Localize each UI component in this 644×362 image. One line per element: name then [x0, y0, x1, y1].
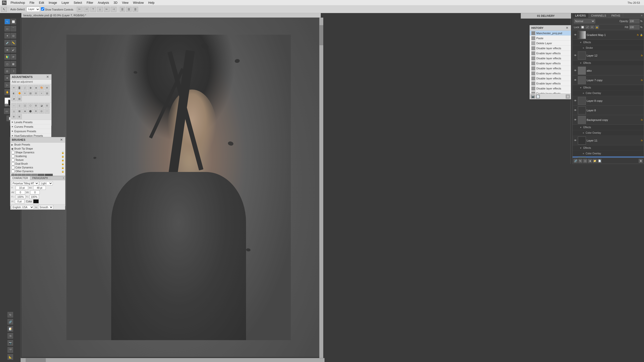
layer-eye-aiko[interactable]: 👁: [574, 69, 577, 72]
new-layer-btn[interactable]: 📄: [597, 159, 601, 163]
hand-tool[interactable]: ✋: [5, 89, 10, 95]
menu-view[interactable]: View: [120, 1, 131, 5]
tab-paragraph[interactable]: PARAGRAPH: [30, 176, 50, 180]
font-style-select[interactable]: Light Regular Bold: [40, 181, 53, 185]
tab-character[interactable]: CHARACTER: [10, 176, 30, 180]
canvas-vscroll[interactable]: [319, 18, 323, 358]
brush-tip-shape-item[interactable]: ◼ Brush Tip Shape: [10, 147, 65, 151]
lock-all-btn[interactable]: 🔒: [595, 25, 599, 29]
curves-icon[interactable]: ∫: [22, 85, 27, 90]
menu-edit[interactable]: Edit: [37, 1, 46, 5]
hscroll-thumb[interactable]: [26, 358, 46, 362]
align-bottom-btn[interactable]: ⊣: [111, 7, 116, 12]
anti-alias-select[interactable]: Smooth Sharp Crisp: [38, 205, 53, 209]
delete-layer-btn[interactable]: 🗑: [639, 159, 643, 163]
layer-aiko-item[interactable]: 👁 aiko: [573, 66, 644, 75]
leading-input[interactable]: [33, 186, 46, 190]
gradient-map-icon[interactable]: ▰: [11, 96, 16, 101]
dodge-tool[interactable]: ☽: [11, 68, 16, 74]
menu-help[interactable]: Help: [146, 1, 156, 5]
tab-paths[interactable]: PATHS: [609, 13, 623, 18]
selective-color-icon[interactable]: ▨: [17, 96, 22, 101]
move-tool-btn[interactable]: ↖: [1, 7, 7, 12]
menu-image[interactable]: Image: [47, 1, 59, 5]
hue-saturation-icon[interactable]: 🎨: [39, 85, 44, 90]
baseline-input[interactable]: [15, 199, 24, 203]
layer-eye-8-copy[interactable]: 👁: [574, 99, 577, 103]
lock-transparent-btn[interactable]: ⬜: [581, 25, 585, 29]
color-balance-icon[interactable]: ⊕: [45, 85, 50, 90]
adj-icon-i[interactable]: ▦: [17, 109, 22, 114]
history-item-disable-5[interactable]: Disable layer effects: [530, 86, 571, 91]
vscroll-thumb[interactable]: [319, 25, 323, 45]
align-left-btn[interactable]: ⊢: [77, 7, 83, 12]
magic-wand-tool[interactable]: ✦: [5, 33, 10, 38]
history-item-delete-layer[interactable]: Delete Layer: [530, 41, 571, 46]
ruler-tool[interactable]: 📏: [11, 40, 16, 46]
layer-eye-gradient-map[interactable]: 👁: [574, 33, 577, 37]
align-middle-v-btn[interactable]: ⊢: [104, 7, 110, 12]
new-adjustment-layer-btn[interactable]: ◑: [588, 159, 592, 163]
adj-icon-f[interactable]: ◪: [39, 103, 44, 108]
move-tool[interactable]: ↖: [5, 19, 10, 24]
align-center-h-btn[interactable]: ⊣: [84, 7, 89, 12]
create-document-btn[interactable]: 📄: [536, 95, 540, 99]
exposure-icon[interactable]: ◑: [28, 85, 33, 90]
video-tool[interactable]: 🎬: [8, 347, 13, 353]
history-item-manchester[interactable]: Manchester_proj.psd: [530, 31, 571, 36]
adj-icon-l[interactable]: ⊛: [33, 109, 38, 114]
history-item-enable-4[interactable]: Enable layer effects: [530, 81, 571, 86]
crop-tool[interactable]: ⊡: [11, 33, 16, 38]
shape-dynamics-checkbox[interactable]: [11, 151, 15, 154]
layer-7-copy-item[interactable]: 👁 Layer 7 copy fx: [573, 75, 644, 85]
layer-8-copy-item[interactable]: 👁 Layer 8 copy: [573, 96, 644, 106]
new-group-btn[interactable]: 📁: [593, 159, 597, 163]
history-item-enable-2[interactable]: Enable layer effects: [530, 61, 571, 66]
adj-icon-o[interactable]: ⊕: [11, 114, 16, 119]
tab-layers[interactable]: LAYERS: [573, 13, 589, 18]
history-item-enable-3[interactable]: Enable layer effects: [530, 71, 571, 76]
char-color-swatch[interactable]: [33, 199, 39, 203]
menu-photoshop[interactable]: Photoshop: [9, 1, 27, 5]
default-colors-icon[interactable]: ⊞: [5, 102, 8, 107]
other-dynamics-checkbox[interactable]: [11, 170, 15, 173]
rotation-tool[interactable]: ↻: [8, 312, 13, 318]
levels-icon[interactable]: ▓: [17, 85, 22, 90]
layer-eye-11[interactable]: 👁: [574, 139, 577, 142]
brushes-close-btn[interactable]: ✕: [59, 138, 64, 142]
gradient-tool[interactable]: ▦: [11, 61, 16, 67]
canvas-area[interactable]: [21, 18, 321, 357]
history-close-btn[interactable]: ✕: [565, 26, 569, 30]
threshold-icon[interactable]: ▥: [45, 91, 50, 96]
menu-3d[interactable]: 3D: [112, 1, 119, 5]
pen-tool[interactable]: ✒: [5, 75, 10, 81]
layer-eye-bg-copy[interactable]: 👁: [574, 118, 577, 122]
distribute-left-btn[interactable]: |||: [120, 7, 125, 12]
brightness-contrast-icon[interactable]: ☀: [11, 85, 16, 90]
distribute-center-btn[interactable]: |||: [126, 7, 132, 12]
link-layers-btn[interactable]: 🔗: [574, 159, 578, 163]
menu-layer[interactable]: Layer: [60, 1, 71, 5]
adj-icon-a[interactable]: ▫: [11, 103, 16, 108]
lock-position-btn[interactable]: ✛: [590, 25, 594, 29]
artboard-tool[interactable]: ⬜: [11, 19, 16, 24]
tab-channels[interactable]: CHANNELS: [589, 13, 609, 18]
layer-lock-gradient-map[interactable]: 🔒: [640, 34, 643, 36]
brush-presets-item[interactable]: ▶ Brush Presets: [10, 143, 65, 147]
add-mask-btn[interactable]: ◫: [583, 159, 587, 163]
adj-icon-n[interactable]: ⋯: [45, 109, 50, 114]
vibrance-icon[interactable]: ◈: [33, 85, 38, 90]
history-item-disable-2[interactable]: Disable layer effects: [530, 56, 571, 61]
layer-8-item[interactable]: 👁 Layer 8: [573, 106, 644, 115]
kerning-input[interactable]: [16, 190, 25, 194]
scattering-checkbox[interactable]: [11, 155, 15, 158]
adj-icon-k[interactable]: ⬤: [28, 109, 33, 114]
layer-gradient-map-1[interactable]: 👁 Gradient Map 1 fx 🔒: [573, 30, 644, 40]
menu-filter[interactable]: Filter: [85, 1, 95, 5]
adj-icon-m[interactable]: ◎: [39, 109, 44, 114]
delete-history-btn[interactable]: 🗑: [566, 95, 570, 99]
adj-icon-g[interactable]: ⊟: [45, 103, 50, 108]
brush-tool[interactable]: 🖌: [11, 47, 16, 53]
note-tool[interactable]: 📝: [8, 326, 13, 332]
lock-image-btn[interactable]: 🖊: [585, 25, 589, 29]
